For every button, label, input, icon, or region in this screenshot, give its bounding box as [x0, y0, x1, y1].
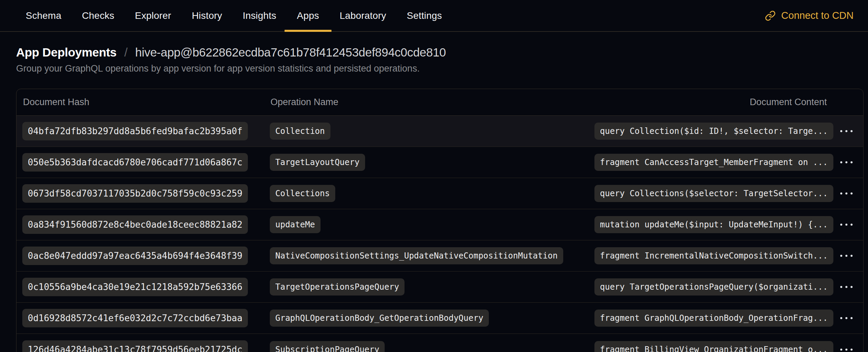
- breadcrumb-current: hive-app@b622862ecdba7c61b78f412453def89…: [135, 46, 446, 59]
- document-content-chip: fragment CanAccessTarget_MemberFragment …: [594, 154, 833, 171]
- document-content-chip: mutation updateMe($input: UpdateMeInput!…: [594, 216, 833, 233]
- ellipsis-icon: [851, 349, 853, 351]
- operation-name-cell: TargetOperationsPageQuery: [270, 278, 594, 296]
- main-content: App Deployments / hive-app@b622862ecdba7…: [0, 32, 868, 352]
- column-header-operation-name: Operation Name: [270, 97, 594, 108]
- nav-tab-schema[interactable]: Schema: [17, 0, 70, 31]
- table-row[interactable]: 0673df58cd7037117035b2d0c758f59c0c93c259…: [16, 178, 863, 209]
- ellipsis-icon: [840, 317, 842, 319]
- ellipsis-icon: [851, 286, 853, 288]
- document-content-cell: fragment CanAccessTarget_MemberFragment …: [594, 154, 863, 171]
- connect-to-cdn-label: Connect to CDN: [781, 10, 854, 21]
- table-row[interactable]: 050e5b363dafdcacd6780e706cadf771d06a867c…: [16, 147, 863, 178]
- row-menu-button[interactable]: [833, 341, 860, 352]
- operation-name-chip: NativeCompositionSettings_UpdateNativeCo…: [270, 247, 563, 264]
- document-content-cell: mutation updateMe($input: UpdateMeInput!…: [594, 216, 863, 233]
- deployments-table: Document Hash Operation Name Document Co…: [16, 89, 864, 352]
- operation-name-chip: Collection: [270, 123, 330, 140]
- row-menu-button[interactable]: [833, 216, 860, 233]
- nav-tab-apps[interactable]: Apps: [288, 0, 328, 31]
- nav-tab-settings[interactable]: Settings: [398, 0, 451, 31]
- ellipsis-icon: [845, 192, 847, 194]
- ellipsis-icon: [845, 317, 847, 319]
- nav-tab-insights[interactable]: Insights: [234, 0, 285, 31]
- connect-to-cdn-link[interactable]: Connect to CDN: [765, 10, 854, 21]
- document-content-cell: fragment GraphQLOperationBody_OperationF…: [594, 310, 863, 327]
- document-hash-cell: 0673df58cd7037117035b2d0c758f59c0c93c259: [16, 184, 270, 203]
- breadcrumb-section[interactable]: App Deployments: [16, 46, 117, 59]
- table-row[interactable]: 126d46a4284abe31c13c78f7959d56eeb21725dc…: [16, 334, 863, 352]
- nav-tabs: SchemaChecksExplorerHistoryInsightsAppsL…: [17, 0, 451, 31]
- page-title: App Deployments / hive-app@b622862ecdba7…: [16, 45, 864, 60]
- nav-tab-explorer[interactable]: Explorer: [126, 0, 180, 31]
- ellipsis-icon: [851, 161, 853, 163]
- row-menu-button[interactable]: [833, 154, 860, 171]
- ellipsis-icon: [845, 161, 847, 163]
- column-header-document-content: Document Content: [594, 97, 863, 108]
- document-hash-chip: 04bfa72dfb83b297dd8a5b6fed9bafac2b395a0f: [22, 122, 248, 140]
- operation-name-cell: GraphQLOperationBody_GetOperationBodyQue…: [270, 310, 594, 327]
- document-hash-cell: 04bfa72dfb83b297dd8a5b6fed9bafac2b395a0f: [16, 122, 270, 140]
- document-hash-chip: 0d16928d8572c41ef6e032d2c7c72ccbd6e73baa: [22, 309, 248, 327]
- table-row[interactable]: 0ac8e047eddd97a97eac6435a4b694f4e3648f39…: [16, 240, 863, 272]
- breadcrumb-separator: /: [124, 46, 127, 59]
- operation-name-chip: updateMe: [270, 216, 321, 233]
- ellipsis-icon: [851, 130, 853, 132]
- document-content-cell: query TargetOperationsPageQuery($organiz…: [594, 278, 863, 296]
- ellipsis-icon: [845, 130, 847, 132]
- operation-name-cell: updateMe: [270, 216, 594, 233]
- table-row[interactable]: 0a834f91560d872e8c4bec0ade18ceec88821a82…: [16, 209, 863, 240]
- ellipsis-icon: [851, 224, 853, 226]
- ellipsis-icon: [845, 286, 847, 288]
- ellipsis-icon: [845, 349, 847, 351]
- table-row[interactable]: 0c10556a9be4ca30e19e21c1218a592b75e63366…: [16, 272, 863, 303]
- row-menu-button[interactable]: [833, 185, 860, 202]
- nav-tab-history[interactable]: History: [183, 0, 231, 31]
- table-header-row: Document Hash Operation Name Document Co…: [16, 89, 863, 116]
- ellipsis-icon: [840, 349, 842, 351]
- document-content-chip: query TargetOperationsPageQuery($organiz…: [594, 278, 833, 296]
- table-row[interactable]: 0d16928d8572c41ef6e032d2c7c72ccbd6e73baa…: [16, 303, 863, 334]
- document-hash-chip: 050e5b363dafdcacd6780e706cadf771d06a867c: [22, 153, 248, 172]
- ellipsis-icon: [851, 317, 853, 319]
- ellipsis-icon: [851, 192, 853, 194]
- nav-tab-laboratory[interactable]: Laboratory: [331, 0, 395, 31]
- operation-name-chip: TargetLayoutQuery: [270, 154, 365, 171]
- ellipsis-icon: [845, 224, 847, 226]
- ellipsis-icon: [840, 286, 842, 288]
- document-content-chip: query Collection($id: ID!, $selector: Ta…: [594, 123, 833, 140]
- document-hash-chip: 0673df58cd7037117035b2d0c758f59c0c93c259: [22, 184, 248, 203]
- row-menu-button[interactable]: [833, 123, 860, 140]
- operation-name-chip: Collections: [270, 185, 335, 202]
- row-menu-button[interactable]: [833, 247, 860, 264]
- ellipsis-icon: [845, 255, 847, 257]
- document-content-chip: fragment IncrementalNativeCompositionSwi…: [594, 247, 833, 264]
- operation-name-cell: NativeCompositionSettings_UpdateNativeCo…: [270, 247, 594, 264]
- table-row[interactable]: 04bfa72dfb83b297dd8a5b6fed9bafac2b395a0f…: [16, 116, 863, 147]
- document-hash-cell: 0d16928d8572c41ef6e032d2c7c72ccbd6e73baa: [16, 309, 270, 327]
- document-hash-cell: 050e5b363dafdcacd6780e706cadf771d06a867c: [16, 153, 270, 172]
- operation-name-cell: SubscriptionPageQuery: [270, 341, 594, 352]
- nav-tab-checks[interactable]: Checks: [73, 0, 123, 31]
- document-hash-chip: 0ac8e047eddd97a97eac6435a4b694f4e3648f39: [22, 247, 248, 265]
- ellipsis-icon: [840, 224, 842, 226]
- row-menu-button[interactable]: [833, 310, 860, 327]
- row-menu-button[interactable]: [833, 278, 860, 296]
- document-hash-cell: 126d46a4284abe31c13c78f7959d56eeb21725dc: [16, 340, 270, 352]
- operation-name-chip: SubscriptionPageQuery: [270, 341, 385, 352]
- operation-name-chip: GraphQLOperationBody_GetOperationBodyQue…: [270, 310, 489, 327]
- ellipsis-icon: [840, 130, 842, 132]
- document-hash-chip: 126d46a4284abe31c13c78f7959d56eeb21725dc: [22, 340, 248, 352]
- document-hash-chip: 0c10556a9be4ca30e19e21c1218a592b75e63366: [22, 278, 248, 296]
- ellipsis-icon: [840, 192, 842, 194]
- column-header-document-hash: Document Hash: [16, 97, 270, 108]
- document-content-chip: fragment BillingView_OrganizationFragmen…: [594, 341, 833, 352]
- document-content-cell: query Collection($id: ID!, $selector: Ta…: [594, 123, 863, 140]
- page-subtitle: Group your GraphQL operations by app ver…: [16, 63, 864, 74]
- ellipsis-icon: [840, 255, 842, 257]
- document-content-cell: fragment IncrementalNativeCompositionSwi…: [594, 247, 863, 264]
- link-icon: [765, 10, 776, 21]
- operation-name-chip: TargetOperationsPageQuery: [270, 278, 405, 296]
- document-hash-cell: 0a834f91560d872e8c4bec0ade18ceec88821a82: [16, 215, 270, 234]
- operation-name-cell: Collection: [270, 123, 594, 140]
